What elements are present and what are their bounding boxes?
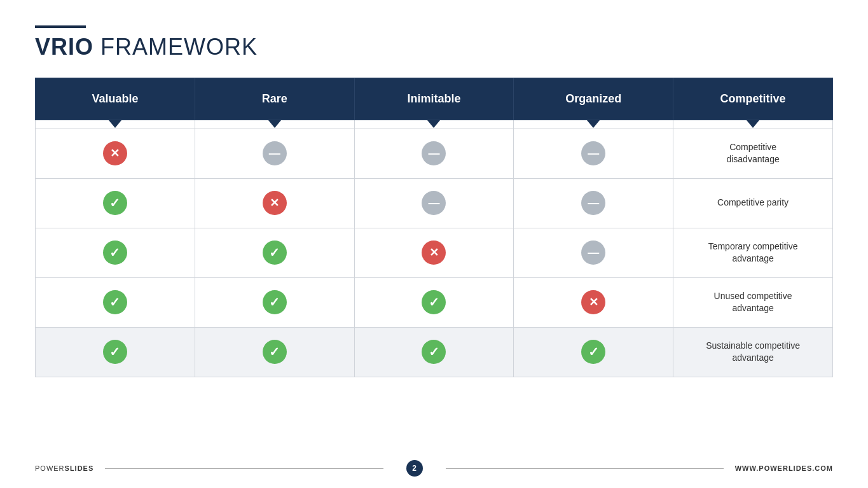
arrow-inimitable [354, 120, 514, 129]
row2-inimitable [354, 178, 514, 228]
row1-valuable [36, 129, 195, 178]
row5-outcome: Sustainable competitiveadvantage [673, 327, 833, 377]
arrow-icon-valuable [109, 120, 121, 128]
check-icon [103, 340, 127, 364]
row3-valuable [36, 228, 195, 277]
neutral-icon [581, 191, 605, 215]
title-line [35, 25, 86, 28]
check-icon [103, 191, 127, 215]
footer-power: POWER [35, 464, 65, 472]
footer-line-left [105, 468, 383, 469]
row3-outcome: Temporary competitiveadvantage [673, 228, 833, 277]
cross-icon [422, 241, 446, 265]
title-rest: FRAMEWORK [93, 34, 258, 60]
row5-organized [514, 327, 673, 377]
footer-brand: POWERSLIDES [35, 464, 93, 472]
row4-outcome: Unused competitiveadvantage [673, 277, 833, 327]
row1-outcome: Competitivedisadvantage [673, 129, 833, 178]
title-area: VRIO FRAMEWORK [35, 25, 833, 60]
table-row: Unused competitiveadvantage [36, 277, 833, 327]
vrio-table: Valuable Rare Inimitable Organized Compe… [35, 78, 833, 377]
table-row: Competitive parity [36, 178, 833, 228]
footer-line-right [446, 468, 724, 469]
footer-website: WWW.POWERLIDES.COM [735, 464, 833, 472]
arrow-competitive [673, 120, 833, 129]
header-inimitable: Inimitable [354, 78, 514, 120]
row2-valuable [36, 178, 195, 228]
row4-organized [514, 277, 673, 327]
row2-rare [195, 178, 354, 228]
row4-rare [195, 277, 354, 327]
cross-icon [263, 191, 287, 215]
row1-organized [514, 129, 673, 178]
row1-inimitable [354, 129, 514, 178]
check-icon [581, 340, 605, 364]
row4-valuable [36, 277, 195, 327]
check-icon [263, 340, 287, 364]
header-competitive: Competitive [673, 78, 833, 120]
neutral-icon [422, 191, 446, 215]
page-title: VRIO FRAMEWORK [35, 34, 833, 60]
arrow-organized [514, 120, 673, 129]
page-container: VRIO FRAMEWORK Valuable Rare Inimitable … [0, 0, 868, 488]
row2-organized [514, 178, 673, 228]
check-icon [263, 241, 287, 265]
cross-icon [103, 141, 127, 165]
row1-rare [195, 129, 354, 178]
row2-outcome: Competitive parity [673, 178, 833, 228]
table-row: Temporary competitiveadvantage [36, 228, 833, 277]
arrow-icon-organized [587, 120, 600, 128]
title-vrio: VRIO [35, 34, 93, 60]
header-organized: Organized [514, 78, 673, 120]
cross-icon [581, 290, 605, 314]
header-valuable: Valuable [36, 78, 195, 120]
arrow-icon-inimitable [427, 120, 440, 128]
check-icon [103, 290, 127, 314]
neutral-icon [422, 141, 446, 165]
arrow-icon-rare [268, 120, 281, 128]
arrow-valuable [36, 120, 195, 129]
row5-valuable [36, 327, 195, 377]
footer: POWERSLIDES 2 WWW.POWERLIDES.COM [35, 460, 833, 477]
row5-inimitable [354, 327, 514, 377]
footer-slides: SLIDES [65, 464, 94, 472]
neutral-icon [581, 141, 605, 165]
neutral-icon [581, 241, 605, 265]
row3-organized [514, 228, 673, 277]
row3-rare [195, 228, 354, 277]
row4-inimitable [354, 277, 514, 327]
check-icon [422, 290, 446, 314]
check-icon [103, 241, 127, 265]
row3-inimitable [354, 228, 514, 277]
table-row: Competitivedisadvantage [36, 129, 833, 178]
neutral-icon [263, 141, 287, 165]
arrow-icon-competitive [747, 120, 759, 128]
arrow-row [36, 120, 833, 129]
row5-rare [195, 327, 354, 377]
check-icon [263, 290, 287, 314]
header-rare: Rare [195, 78, 354, 120]
footer-page-number: 2 [406, 460, 423, 477]
table-row: Sustainable competitiveadvantage [36, 327, 833, 377]
check-icon [422, 340, 446, 364]
arrow-rare [195, 120, 354, 129]
